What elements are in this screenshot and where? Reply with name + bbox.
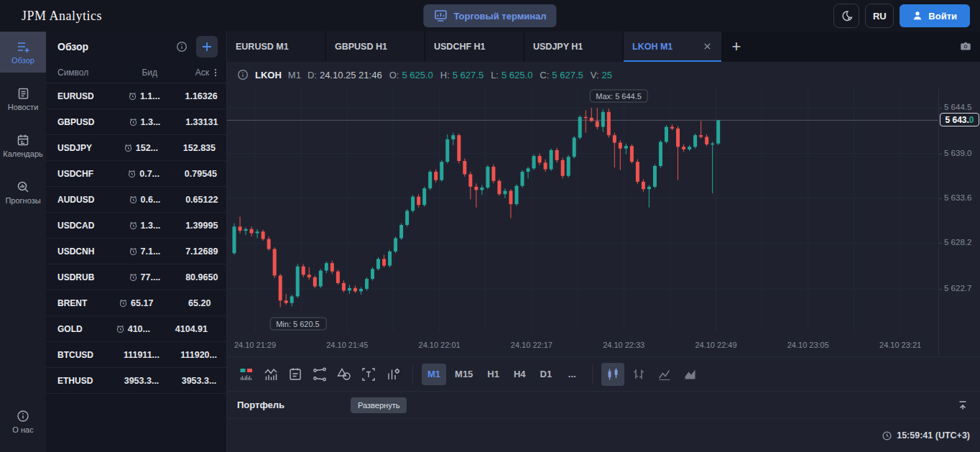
sidebar-item-forecasts[interactable]: Прогнозы: [0, 172, 46, 213]
timeframe-m15-button[interactable]: M15: [449, 364, 479, 385]
text-tool-button[interactable]: [358, 364, 379, 385]
watchlist-row[interactable]: USDCNH7.1...7.12689: [46, 239, 226, 264]
more-timeframes-button[interactable]: ...: [560, 364, 583, 385]
watchlist-row[interactable]: ETHUSD3953.3...3953.3...: [46, 368, 226, 394]
alarm-clock-icon: [129, 246, 138, 256]
watchlist-row[interactable]: AUDUSD0.6...0.65122: [46, 187, 226, 213]
trendline-tool-button[interactable]: [309, 364, 330, 385]
chart-type-bars-button[interactable]: [627, 363, 650, 386]
watchlist-row[interactable]: USDCHF0.7...0.79545: [46, 161, 226, 187]
chart-canvas[interactable]: 24.10 21:2924.10 21:4524.10 22:0124.10 2…: [227, 88, 938, 356]
server-time: 15:59:41 (UTC+3): [897, 430, 970, 441]
ohlc-field-label: L:: [491, 70, 499, 80]
symbol-name: GBPUSD: [57, 117, 94, 127]
timeframe-m1-button[interactable]: M1: [422, 364, 446, 385]
shapes-tool-button[interactable]: [333, 364, 355, 385]
chart-tab-label: GBPUSD H1: [335, 42, 387, 52]
watchlist-row[interactable]: USDCAD1.3...1.39995: [46, 213, 226, 239]
kebab-menu-icon[interactable]: [209, 68, 221, 78]
svg-text:Min: 5 620.5: Min: 5 620.5: [276, 320, 320, 328]
chart-tab[interactable]: EURUSD M1: [227, 32, 325, 62]
chart-tab[interactable]: USDCHF H1: [425, 32, 523, 62]
left-sidebar: ОбзорНовостиКалендарьПрогнозы О нас: [0, 32, 46, 452]
chart-tab[interactable]: LKOH M1: [624, 32, 721, 62]
bid-text: 0.6...: [141, 195, 161, 205]
bid-text: 1.3...: [141, 117, 161, 127]
price-axis-tick: [939, 154, 942, 154]
bid-value: 7.1...: [94, 246, 160, 257]
ohlc-field-label: H:: [440, 70, 450, 80]
svg-text:Max: 5 644.5: Max: 5 644.5: [596, 92, 642, 101]
price-axis[interactable]: 5 643.0 5 644.55 639.05 633.65 628.25 62…: [938, 88, 980, 356]
expand-portfolio-button[interactable]: Развернуть: [351, 397, 407, 413]
sidebar-item-label: Прогнозы: [5, 197, 40, 205]
bid-value: 77....: [94, 272, 160, 282]
about-icon: [16, 409, 30, 423]
timeframe-h4-button[interactable]: H4: [508, 364, 532, 385]
indicators-tool-button[interactable]: [260, 364, 282, 385]
login-button[interactable]: Войти: [900, 4, 970, 27]
forecasts-icon: [16, 180, 30, 194]
events-calendar-tool-button[interactable]: [285, 364, 306, 385]
theme-toggle-button[interactable]: [833, 4, 859, 28]
info-icon[interactable]: [237, 69, 249, 80]
watchlist-row[interactable]: USDRUB77....80.9650: [46, 264, 226, 290]
ask-value: 4104.91: [150, 324, 208, 334]
timeframe-h1-button[interactable]: H1: [481, 364, 505, 385]
volume-style-tool-button[interactable]: [236, 364, 257, 385]
add-chart-tab-button[interactable]: +: [723, 32, 750, 62]
chart-section: EURUSD M1GBPUSD H1USDCHF H1USDJPY H1LKOH…: [227, 32, 980, 452]
watchlist-row[interactable]: BTCUSD111911...111920...: [46, 342, 226, 368]
bid-text: 410...: [128, 324, 150, 334]
bid-value: 152...: [92, 143, 158, 153]
bid-value: 0.6...: [94, 195, 160, 205]
language-button[interactable]: RU: [865, 4, 894, 28]
ask-value: 111920...: [160, 350, 217, 360]
alarm-clock-icon: [119, 298, 128, 308]
screenshot-camera-button[interactable]: [951, 32, 980, 62]
collapse-panel-icon[interactable]: [957, 400, 969, 411]
watchlist-row[interactable]: EURUSD1.1...1.16326: [46, 83, 226, 109]
symbol-name: EURUSD: [57, 91, 94, 101]
chart-tab[interactable]: USDJPY H1: [524, 32, 622, 62]
symbol-name: GOLD: [57, 324, 84, 334]
price-axis-label: 5 639.0: [944, 149, 971, 157]
chart-settings-tool-button[interactable]: [382, 364, 404, 385]
chart-type-line-button[interactable]: [653, 363, 676, 386]
ohlc-field-value: 5 625.0: [501, 70, 532, 80]
symbol-name: AUDUSD: [57, 195, 94, 205]
overview-icon: [16, 40, 30, 54]
portfolio-title: Портфель: [237, 400, 285, 410]
watchlist-row[interactable]: GOLD410...4104.91: [46, 316, 226, 342]
app-logo: JPM Analytics: [22, 9, 102, 24]
watchlist-row[interactable]: BRENT65.1765.20: [46, 290, 226, 316]
ask-value: 7.12689: [160, 246, 218, 257]
bid-value: 3953.3...: [93, 376, 159, 386]
sidebar-item-label: Обзор: [11, 57, 34, 65]
trading-terminal-button[interactable]: Торговый терминал: [423, 4, 556, 27]
ohlc-field-label: V:: [591, 70, 599, 80]
sidebar-item-calendar[interactable]: Календарь: [0, 125, 46, 166]
chart-type-area-button[interactable]: [679, 363, 702, 386]
svg-text:24.10 22:49: 24.10 22:49: [695, 341, 736, 349]
bid-text: 111911...: [124, 350, 160, 360]
bid-value: 1.1...: [94, 91, 160, 101]
watchlist-row[interactable]: USDJPY152...152.835: [46, 135, 226, 161]
bid-text: 65.17: [131, 298, 153, 308]
ohlc-field-label: C:: [540, 70, 549, 80]
watchlist-row[interactable]: GBPUSD1.3...1.33131: [46, 109, 226, 135]
clock-icon: [882, 430, 892, 441]
sidebar-item-about[interactable]: О нас: [0, 401, 46, 442]
ohlc-field-value: 5 625.0: [402, 70, 433, 80]
sidebar-item-news[interactable]: Новости: [0, 78, 46, 119]
sidebar-item-overview[interactable]: Обзор: [0, 32, 46, 73]
chart-type-candles-button[interactable]: [601, 363, 624, 386]
ask-value: 65.20: [153, 298, 211, 308]
info-icon[interactable]: [176, 41, 188, 52]
price-axis-tick: [939, 198, 942, 199]
add-symbol-button[interactable]: [196, 36, 218, 57]
close-tab-icon[interactable]: [701, 40, 714, 53]
timeframe-d1-button[interactable]: D1: [535, 364, 558, 385]
col-ask: Аск: [157, 68, 209, 78]
chart-tab[interactable]: GBPUSD H1: [326, 32, 424, 62]
